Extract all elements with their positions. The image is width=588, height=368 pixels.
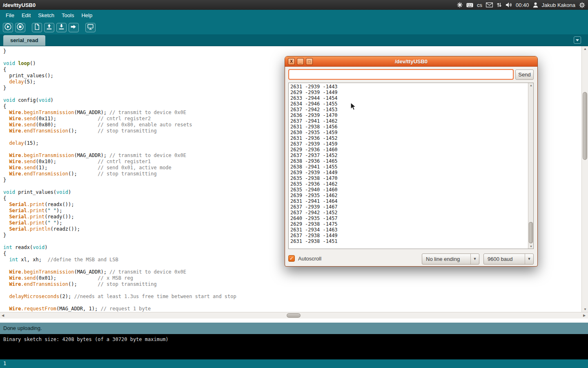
stop-button[interactable]	[15, 23, 25, 32]
mail-icon[interactable]	[486, 2, 493, 7]
code-line: Wire.send(0x01); // x MSB reg	[3, 275, 581, 281]
serial-output-line: 2631 -2939 -1443	[290, 84, 527, 90]
play-icon	[4, 23, 12, 32]
vertical-scrollbar-thumb[interactable]	[583, 92, 587, 160]
line-ending-value: No line ending	[426, 254, 460, 264]
tab-bar: serial_read	[0, 34, 588, 46]
os-top-panel: /dev/ttyUSB0 cs 00:40 Jakub Kakona	[0, 0, 588, 10]
baud-rate-dropdown[interactable]: 9600 baud ▼	[483, 254, 534, 265]
starburst-indicator-icon[interactable]	[457, 2, 463, 8]
baud-rate-value: 9600 baud	[488, 254, 512, 264]
network-sync-arrows-icon[interactable]	[497, 2, 502, 8]
serial-output-line: 2638 -2936 -1465	[290, 158, 527, 164]
editor-horizontal-scrollbar[interactable]: ◀ ▶	[0, 312, 588, 319]
scroll-down-arrow-icon[interactable]: ▼	[582, 307, 588, 312]
serial-output-line: 2629 -2938 -1475	[290, 221, 527, 227]
stop-icon	[16, 23, 24, 32]
tab-menu-arrow-icon	[575, 38, 579, 42]
line-number-strip: 1	[0, 359, 588, 368]
maximize-button[interactable]: □	[306, 58, 313, 65]
code-line: Wire.requestFrom(MAG_ADDR, 1); // reques…	[3, 306, 581, 312]
serial-output-line: 2631 -2938 -1451	[290, 238, 527, 244]
serial-output-line: 2640 -2935 -1457	[290, 215, 527, 221]
user-menu-label[interactable]: Jakub Kakona	[542, 2, 575, 8]
keyboard-layout-icon[interactable]	[466, 2, 473, 8]
session-gear-icon[interactable]	[579, 2, 585, 8]
tab-serial-read[interactable]: serial_read	[3, 35, 45, 46]
tab-menu-button[interactable]	[574, 36, 581, 44]
status-bar: Done uploading.	[0, 323, 588, 334]
serial-output-line: 2637 -2942 -1453	[290, 107, 527, 112]
serial-monitor-body: Send 2631 -2939 -14432629 -2939 -1449263…	[285, 67, 537, 266]
keyboard-layout-label[interactable]: cs	[477, 2, 482, 8]
serial-output-line: 2631 -2938 -1456	[290, 124, 527, 130]
serial-output-line: 2638 -2941 -1455	[290, 164, 527, 170]
verify-button[interactable]	[3, 23, 13, 32]
menu-item-help[interactable]: Help	[78, 10, 96, 21]
editor-vertical-scrollbar[interactable]: ▲ ▼	[581, 46, 588, 312]
editor-bottom-gap	[0, 319, 588, 323]
serial-output-scrollbar[interactable]: ▲ ▼	[528, 83, 533, 249]
toolbar	[0, 21, 588, 34]
scroll-left-arrow-icon[interactable]: ◀	[0, 312, 6, 319]
serial-output-line: 2639 -2935 -1462	[290, 193, 527, 198]
status-message: Done uploading.	[3, 325, 42, 331]
serial-output-area[interactable]: 2631 -2939 -14432629 -2939 -14492633 -29…	[288, 83, 534, 249]
minimize-button[interactable]: _	[297, 58, 304, 65]
upload-button[interactable]	[69, 23, 79, 32]
code-line: delayMicroseconds(2); //needs at least 1…	[3, 294, 581, 300]
send-button[interactable]: Send	[515, 70, 534, 80]
serial-output-line: 2637 -2938 -1449	[290, 233, 527, 238]
code-line: Wire.endTransmission(); // stop transmit…	[3, 281, 581, 287]
serial-output-line: 2631 -2941 -1464	[290, 198, 527, 204]
serial-output-line: 2639 -2939 -1449	[290, 170, 527, 175]
serial-scrollbar-thumb[interactable]	[529, 222, 533, 243]
serial-monitor-window: X _ □ /dev/ttyUSB0 Send 2631 -2939 -1443…	[285, 56, 538, 267]
serial-scroll-down-arrow-icon[interactable]: ▼	[528, 244, 534, 249]
serial-output-line: 2629 -2936 -1460	[290, 147, 527, 153]
serial-send-input[interactable]	[288, 69, 514, 80]
serial-output-line: 2637 -2939 -1459	[290, 141, 527, 147]
upload-icon	[70, 23, 78, 32]
serial-output-line: 2635 -2938 -1470	[290, 175, 527, 181]
code-line: Wire.beginTransmission(MAG_ADDR); // tra…	[3, 269, 581, 275]
close-button[interactable]: X	[288, 58, 295, 65]
volume-icon[interactable]	[506, 2, 512, 8]
autoscroll-checkbox[interactable]: ✓	[288, 255, 295, 262]
serial-monitor-controls: ✓ Autoscroll No line ending ▼ 9600 baud …	[288, 253, 534, 265]
serial-output-line: 2634 -2946 -1455	[290, 101, 527, 107]
line-ending-dropdown[interactable]: No line ending ▼	[422, 254, 479, 265]
build-console: Binary sketch size: 4208 bytes (of a 307…	[0, 334, 588, 359]
serial-monitor-icon	[87, 23, 94, 32]
serial-monitor-titlebar[interactable]: X _ □ /dev/ttyUSB0	[285, 56, 537, 67]
menu-item-edit[interactable]: Edit	[18, 10, 34, 21]
current-line-number: 1	[3, 361, 6, 366]
chevron-down-icon[interactable]: ▼	[525, 254, 533, 264]
serial-output-line: 2635 -2940 -1460	[290, 187, 527, 193]
serial-output-text: 2631 -2939 -14432629 -2939 -14492633 -29…	[290, 84, 527, 249]
serial-monitor-button[interactable]	[85, 23, 96, 32]
save-sketch-button[interactable]	[56, 23, 67, 32]
chevron-down-icon[interactable]: ▼	[470, 254, 479, 264]
open-sketch-button[interactable]	[44, 23, 54, 32]
menu-item-sketch[interactable]: Sketch	[34, 10, 58, 21]
scroll-right-arrow-icon[interactable]: ▶	[581, 312, 587, 319]
serial-scroll-up-arrow-icon[interactable]: ▲	[528, 83, 534, 88]
active-window-title: /dev/ttyUSB0	[3, 2, 36, 8]
menu-item-file[interactable]: File	[2, 10, 18, 21]
serial-output-line: 2631 -2934 -1463	[290, 227, 527, 233]
scroll-up-arrow-icon[interactable]: ▲	[582, 46, 588, 52]
serial-output-line: 2637 -2942 -1452	[290, 210, 527, 215]
serial-output-line: 2629 -2939 -1449	[290, 90, 527, 95]
serial-output-line: 2635 -2936 -1462	[290, 181, 527, 187]
horizontal-scrollbar-thumb[interactable]	[287, 313, 301, 318]
serial-output-line: 2636 -2939 -1470	[290, 112, 527, 118]
serial-output-line: 2637 -2937 -1452	[290, 153, 527, 158]
new-sketch-button[interactable]	[32, 23, 42, 32]
new-file-icon	[33, 23, 41, 32]
clock-label[interactable]: 00:40	[516, 2, 529, 8]
serial-output-line: 2633 -2944 -1454	[290, 95, 527, 101]
menu-item-tools[interactable]: Tools	[58, 10, 78, 21]
serial-output-line: 2637 -2941 -1462	[290, 118, 527, 124]
code-line: }	[3, 48, 581, 54]
